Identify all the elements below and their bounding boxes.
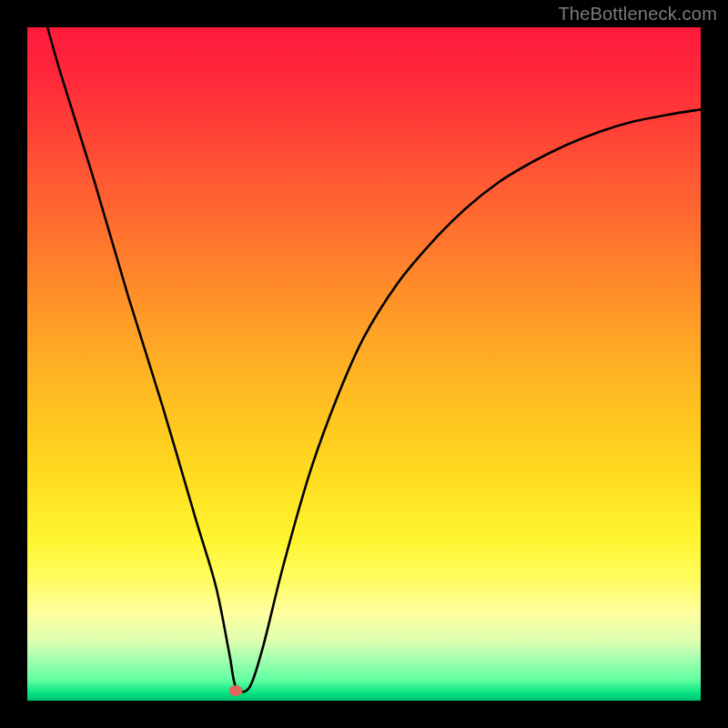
minimum-marker <box>229 685 243 696</box>
curve-svg <box>27 27 701 701</box>
plot-area <box>27 27 701 701</box>
chart-frame: TheBottleneck.com <box>0 0 728 728</box>
bottleneck-curve <box>47 27 701 692</box>
watermark-text: TheBottleneck.com <box>558 4 717 25</box>
